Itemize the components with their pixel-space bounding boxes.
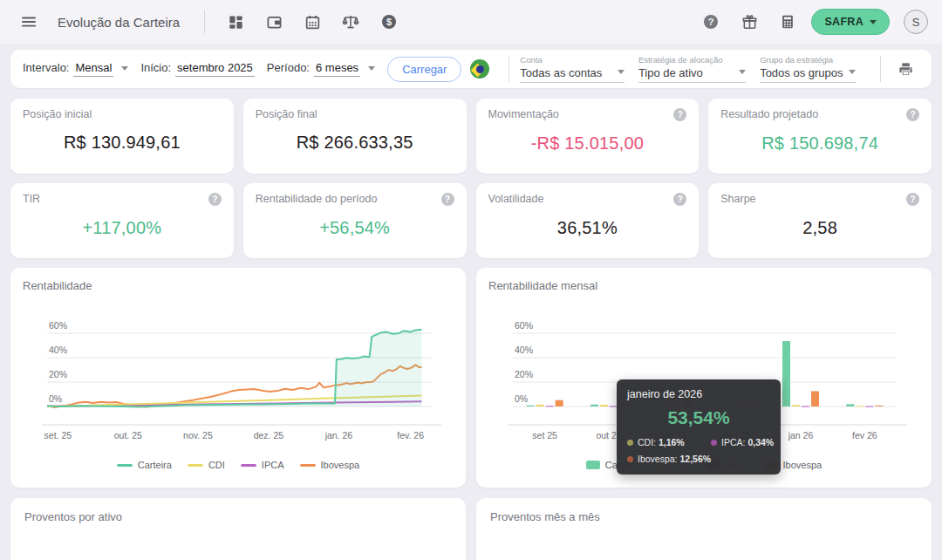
stats-grid: Posição inicialR$ 130.949,61Posição fina… [10, 99, 932, 258]
avatar[interactable]: S [904, 10, 928, 34]
tooltip-title: janeiro de 2026 [627, 388, 770, 400]
chevron-down-icon [739, 70, 746, 74]
series-dot-icon [711, 440, 717, 446]
stat-value: R$ 266.633,35 [256, 133, 454, 153]
group-value: Todos os grupos [760, 66, 843, 79]
nav-dashboard-button[interactable] [221, 7, 250, 37]
svg-text:jan. 26: jan. 26 [324, 430, 353, 440]
rentabilidade-mensal-card: Rentabilidade mensal 0%20%40%60%set 25ou… [476, 268, 932, 488]
stat-card: Posição finalR$ 266.633,35 [243, 99, 467, 174]
divider [880, 56, 881, 82]
stat-label: Posição inicial [23, 108, 92, 120]
tooltip-main-value: 53,54% [627, 407, 770, 428]
stat-label: Posição final [256, 108, 317, 120]
dashboard-grid-icon [228, 14, 244, 31]
account-value: Todas as contas [520, 66, 602, 79]
nav-money-button[interactable]: $ [374, 7, 404, 37]
brazil-flag-icon[interactable] [470, 59, 489, 79]
svg-text:40%: 40% [515, 345, 533, 355]
help-icon[interactable]: ? [208, 193, 222, 206]
svg-text:20%: 20% [49, 369, 67, 379]
tooltip-items: CDI: 1,16%IPCA: 0,34%Ibovespa: 12,56% [627, 437, 770, 464]
print-button[interactable] [891, 54, 919, 84]
help-icon[interactable]: ? [673, 108, 686, 121]
help-icon[interactable]: ? [673, 193, 686, 206]
bottom-row: Proventos por ativo Proventos mês a mês [10, 498, 932, 560]
svg-text:set. 25: set. 25 [44, 430, 72, 440]
card-title: Proventos mês a mês [490, 510, 918, 523]
legend-swatch [300, 464, 316, 467]
account-select[interactable]: Conta Todas as contas [520, 55, 625, 83]
printer-icon [898, 61, 914, 78]
legend-label: IPCA [262, 460, 284, 470]
proventos-por-ativo-card: Proventos por ativo [10, 498, 466, 560]
gifts-button[interactable] [734, 7, 764, 37]
stat-value: +117,00% [23, 218, 222, 238]
stat-card: Sharpe?2,58 [708, 183, 932, 258]
svg-text:?: ? [708, 17, 714, 27]
svg-text:20%: 20% [515, 369, 533, 379]
top-bar: Evolução da Carteira $ ? [0, 0, 942, 44]
svg-text:nov. 25: nov. 25 [183, 430, 213, 440]
chart-title: Rentabilidade [23, 279, 454, 292]
calculator-button[interactable] [773, 7, 802, 37]
help-icon[interactable]: ? [441, 193, 454, 206]
org-selector-button[interactable]: SAFRA [811, 9, 890, 35]
legend-item-carteira[interactable]: Carteira [117, 460, 172, 470]
nav-scales-button[interactable] [336, 7, 365, 37]
chevron-down-icon [849, 70, 856, 74]
stat-card: Posição inicialR$ 130.949,61 [10, 99, 234, 174]
chevron-down-icon [870, 20, 877, 24]
nav-wallet-button[interactable] [259, 7, 289, 37]
card-title: Proventos por ativo [24, 510, 452, 523]
series-dot-icon [627, 456, 633, 462]
interval-label: Intervalo: [23, 61, 69, 74]
divider [509, 56, 509, 82]
calculator-icon [780, 14, 795, 30]
strategy-label: Estratégia de alocação [638, 55, 746, 65]
stat-value: -R$ 15.015,00 [488, 133, 687, 154]
tooltip-item-ibovespa: Ibovespa: 12,56% [627, 454, 711, 464]
period-value[interactable]: 6 meses [314, 61, 360, 77]
chart-title: Rentabilidade mensal [488, 279, 919, 292]
svg-text:40%: 40% [49, 345, 67, 355]
legend-item-cdi[interactable]: CDI [188, 460, 225, 470]
legend-item-ibovespa[interactable]: Ibovespa [300, 460, 360, 470]
legend-label: Ibovespa [783, 460, 823, 470]
start-filter[interactable]: Início: setembro 2025 [140, 61, 254, 77]
help-button[interactable]: ? [696, 7, 726, 37]
help-icon: ? [702, 13, 720, 31]
group-select[interactable]: Grupo da estratégia Todos os grupos [760, 55, 856, 83]
chevron-down-icon [121, 66, 128, 71]
hamburger-menu-button[interactable] [14, 7, 44, 37]
legend-item-ipca[interactable]: IPCA [241, 460, 284, 470]
nav-calendar-button[interactable] [297, 7, 327, 37]
divider [204, 10, 205, 33]
stat-label: TIR [23, 193, 40, 205]
page-title: Evolução da Carteira [58, 15, 180, 30]
stat-label: Rentabilidade do período [256, 193, 378, 205]
series-dot-icon [627, 440, 633, 446]
hamburger-icon [20, 13, 38, 31]
stat-value: +56,54% [256, 218, 454, 238]
proventos-mes-a-mes-card: Proventos mês a mês [476, 498, 932, 560]
filter-bar: Intervalo: Mensal Início: setembro 2025 … [10, 50, 932, 88]
line-chart-legend: CarteiraCDIIPCAIbovespa [23, 458, 454, 472]
load-button[interactable]: Carregar [387, 57, 461, 82]
rentabilidade-line-chart[interactable]: 0%20%40%60%set. 25out. 25nov. 25dez. 25j… [23, 294, 454, 458]
interval-filter[interactable]: Intervalo: Mensal [23, 61, 128, 77]
interval-value[interactable]: Mensal [73, 61, 113, 77]
strategy-select[interactable]: Estratégia de alocação Tipo de ativo [638, 55, 746, 83]
period-filter[interactable]: Período: 6 meses [267, 61, 375, 77]
calendar-icon [304, 14, 321, 31]
help-icon[interactable]: ? [906, 108, 919, 121]
tooltip-item-cdi: CDI: 1,16% [627, 437, 711, 447]
stat-card: Volatilidade?36,51% [476, 183, 700, 258]
help-icon[interactable]: ? [906, 193, 919, 206]
stat-value: R$ 130.949,61 [23, 133, 222, 153]
svg-text:0%: 0% [49, 393, 62, 404]
start-date-input[interactable]: setembro 2025 [175, 61, 255, 77]
svg-text:dez. 25: dez. 25 [254, 430, 284, 440]
stat-card: Movimentação?-R$ 15.015,00 [476, 99, 700, 174]
stat-label: Resultado projetado [720, 108, 818, 120]
